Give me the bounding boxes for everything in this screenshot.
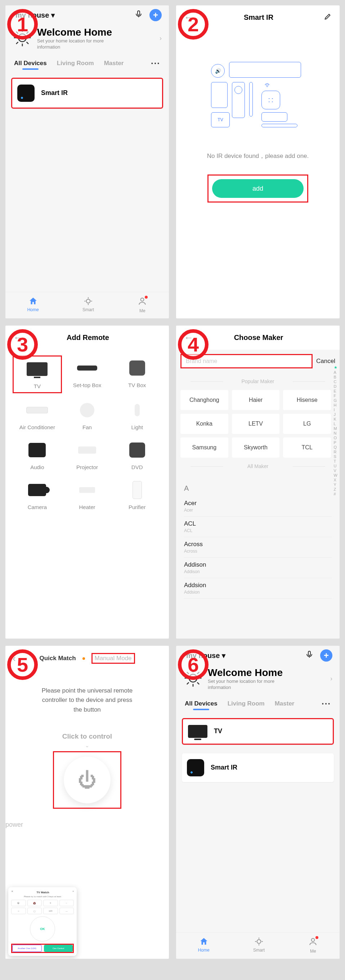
device-type-audio[interactable]: Audio <box>14 440 61 470</box>
index-letter[interactable]: R <box>334 450 337 454</box>
popup-key[interactable]: ← <box>59 900 74 906</box>
page-title: Choose Maker <box>234 334 283 342</box>
nav-me[interactable]: Me <box>308 937 318 954</box>
maker-samsung[interactable]: Samsung <box>180 438 228 458</box>
maker-konka[interactable]: Konka <box>180 414 228 434</box>
device-type-fan[interactable]: Fan <box>64 401 110 430</box>
index-letter[interactable]: M <box>334 426 337 431</box>
tab-all-devices[interactable]: All Devices <box>185 700 217 707</box>
index-letter[interactable]: B <box>334 375 337 379</box>
maker-tcl[interactable]: TCL <box>283 438 331 458</box>
microphone-icon[interactable] <box>305 650 314 661</box>
device-type-purifier[interactable]: Purifier <box>114 480 160 510</box>
maker-lg[interactable]: LG <box>283 414 331 434</box>
index-letter[interactable]: E <box>334 389 337 393</box>
tab-manual-mode[interactable]: Manual Mode <box>91 653 135 664</box>
index-letter[interactable]: D <box>334 384 337 388</box>
index-letter[interactable]: K <box>334 417 337 421</box>
add-button[interactable]: + <box>320 649 332 662</box>
can-control-button[interactable]: Can Control <box>44 945 73 952</box>
maker-changhong[interactable]: Changhong <box>180 390 228 410</box>
nav-home[interactable]: Home <box>198 937 209 954</box>
device-type-heater[interactable]: Heater <box>64 480 110 510</box>
svg-point-15 <box>141 298 144 301</box>
device-type-tv[interactable]: TV <box>13 355 62 393</box>
power-control[interactable]: ⏻ <box>53 751 121 809</box>
tab-master[interactable]: Master <box>275 700 295 707</box>
device-type-camera[interactable]: Camera <box>14 480 61 510</box>
device-card-smart-ir[interactable]: Smart IR <box>11 78 163 109</box>
popup-ok-wheel[interactable]: OK <box>30 916 55 942</box>
nav-smart[interactable]: Smart <box>253 937 265 954</box>
maker-row-addsion[interactable]: AddsionAddsion <box>184 578 332 599</box>
index-letter[interactable]: Z <box>334 487 337 492</box>
index-letter[interactable]: # <box>334 492 337 496</box>
device-type-light[interactable]: Light <box>114 401 160 430</box>
popup-key[interactable]: 🔇 <box>27 900 42 906</box>
index-letter[interactable]: C <box>334 380 337 384</box>
index-letter[interactable]: W <box>334 473 337 477</box>
index-letter[interactable]: V <box>334 468 337 473</box>
maker-row-across[interactable]: AcrossAcross <box>184 537 332 558</box>
index-letter[interactable]: H <box>334 403 337 407</box>
nav-home[interactable]: Home <box>27 296 39 313</box>
maker-haier[interactable]: Haier <box>232 390 280 410</box>
popup-key[interactable]: ▢ <box>27 908 42 914</box>
index-letter[interactable]: A <box>334 370 337 374</box>
index-letter[interactable]: F <box>334 394 337 398</box>
index-letter[interactable]: Y <box>334 482 337 487</box>
add-button[interactable]: add <box>212 179 303 198</box>
popup-menu-icon[interactable]: ≡ <box>72 890 74 896</box>
device-type-projector[interactable]: Projector <box>64 440 110 470</box>
another-one-button[interactable]: Another One (1/24) <box>12 945 42 952</box>
device-card-tv[interactable]: TV <box>182 718 334 745</box>
index-letter[interactable]: L <box>334 422 337 426</box>
edit-icon[interactable] <box>324 13 332 23</box>
popup-key[interactable]: ⌂ <box>11 908 26 914</box>
maker-row-acl[interactable]: ACLACL <box>184 517 332 537</box>
tab-living-room[interactable]: Living Room <box>228 700 265 707</box>
index-letter[interactable]: Q <box>334 445 337 449</box>
tab-living-room[interactable]: Living Room <box>57 60 94 67</box>
popup-key[interactable]: ≡ <box>43 900 58 906</box>
device-type-settop[interactable]: Set-top Box <box>64 358 110 390</box>
svg-line-25 <box>187 682 189 684</box>
index-letter[interactable]: ★ <box>334 365 337 370</box>
popup-key[interactable]: ⋯ <box>59 908 74 914</box>
nav-me[interactable]: Me <box>137 296 147 313</box>
index-letter[interactable]: I <box>334 407 337 412</box>
more-tabs-icon[interactable]: ··· <box>322 698 331 709</box>
device-type-air[interactable]: Air Conditioner <box>14 401 61 430</box>
index-letter[interactable]: G <box>334 398 337 402</box>
maker-skyworth[interactable]: Skyworth <box>232 438 280 458</box>
tab-master[interactable]: Master <box>104 60 124 67</box>
index-letter[interactable]: N <box>334 431 337 435</box>
microphone-icon[interactable] <box>134 10 143 21</box>
popup-close-icon[interactable]: ✕ <box>11 890 13 896</box>
nav-smart[interactable]: Smart <box>83 296 94 313</box>
index-letter[interactable]: U <box>334 464 337 468</box>
alphabet-index[interactable]: ★ABCDEFGHIJKLMNOPQRSTUVWXYZ# <box>334 365 337 496</box>
add-button[interactable]: + <box>149 9 162 21</box>
tab-all-devices[interactable]: All Devices <box>14 60 47 67</box>
maker-hisense[interactable]: Hisense <box>283 390 331 410</box>
tab-quick-match[interactable]: Quick Match <box>39 655 76 662</box>
maker-row-acer[interactable]: AcerAcer <box>184 496 332 517</box>
index-letter[interactable]: O <box>334 436 337 440</box>
power-button[interactable]: ⏻ <box>64 757 110 803</box>
device-card-smart-ir[interactable]: Smart IR <box>182 753 334 782</box>
index-letter[interactable]: X <box>334 478 337 482</box>
maker-letv[interactable]: LETV <box>232 414 280 434</box>
index-letter[interactable]: J <box>334 412 337 417</box>
popup-key[interactable]: 123 <box>43 908 58 914</box>
svg-point-31 <box>311 938 315 942</box>
popup-key[interactable]: ⏻ <box>11 900 26 906</box>
index-letter[interactable]: T <box>334 459 337 463</box>
maker-row-addison[interactable]: AddisonAddison <box>184 558 332 578</box>
device-type-tvbox[interactable]: TV Box <box>114 358 160 390</box>
device-type-dvd[interactable]: DVD <box>114 440 160 470</box>
cancel-button[interactable]: Cancel <box>316 358 335 365</box>
index-letter[interactable]: P <box>334 440 337 445</box>
index-letter[interactable]: S <box>334 454 337 459</box>
more-tabs-icon[interactable]: ··· <box>151 58 160 68</box>
